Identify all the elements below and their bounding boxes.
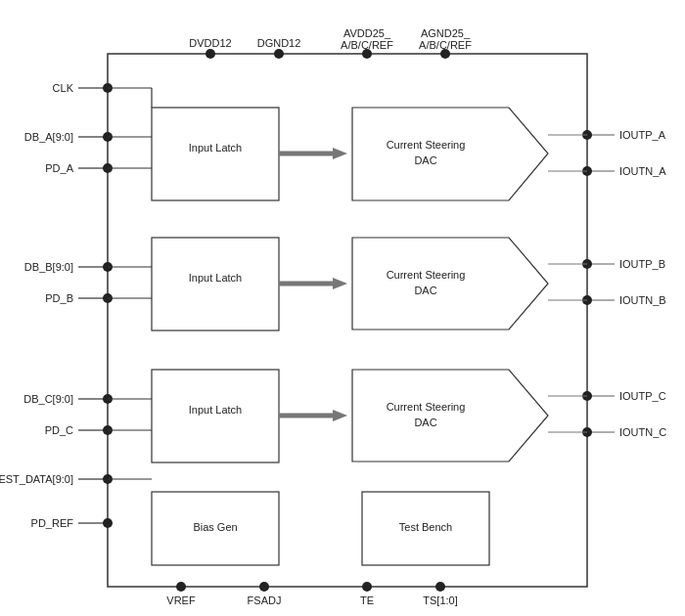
svg-marker-49 — [333, 278, 347, 289]
svg-point-2 — [274, 49, 284, 59]
svg-marker-42 — [352, 108, 548, 200]
label-ioutna: IOUTN_A — [619, 165, 666, 177]
label-dac-a-line2: DAC — [414, 154, 436, 166]
label-ioutpc: IOUTP_C — [619, 390, 666, 402]
label-input-latch-b: Input Latch — [189, 272, 242, 284]
svg-point-7 — [362, 582, 372, 592]
label-pdref: PD_REF — [31, 517, 74, 529]
svg-marker-50 — [352, 238, 548, 330]
svg-rect-55 — [152, 370, 279, 462]
label-ioutnb: IOUTN_B — [619, 294, 666, 306]
label-dba: DB_A[9:0] — [24, 131, 73, 143]
diagram-container: DVDD12 DGND12 AVDD25_ A/B/C/REF AGND25_ … — [0, 0, 685, 616]
label-dac-a-line1: Current Steering — [387, 139, 466, 151]
label-dvdd12: DVDD12 — [189, 37, 231, 49]
svg-marker-58 — [352, 370, 548, 462]
label-avdd25b: A/B/C/REF — [341, 39, 393, 51]
svg-point-6 — [259, 582, 269, 592]
label-agnd25: AGND25_ — [421, 27, 471, 39]
label-ioutpa: IOUTP_A — [619, 129, 666, 141]
label-fsadj: FSADJ — [248, 594, 282, 606]
label-clk: CLK — [53, 82, 74, 94]
label-input-latch-a: Input Latch — [189, 142, 242, 154]
label-bias-gen: Bias Gen — [193, 521, 237, 533]
svg-rect-47 — [152, 238, 279, 330]
svg-point-26 — [103, 518, 113, 528]
svg-marker-57 — [333, 410, 347, 421]
label-dgnd12: DGND12 — [257, 37, 301, 49]
label-dac-b-line2: DAC — [414, 285, 436, 296]
label-testdata: TEST_DATA[9:0] — [0, 473, 73, 485]
label-input-latch-c: Input Latch — [189, 404, 242, 416]
svg-point-1 — [206, 49, 215, 59]
label-dac-c-line2: DAC — [414, 417, 436, 428]
label-pda: PD_A — [45, 162, 73, 174]
label-agnd25b: A/B/C/REF — [419, 39, 472, 51]
label-dbb: DB_B[9:0] — [24, 261, 73, 273]
label-pdc: PD_C — [45, 424, 73, 436]
svg-point-8 — [435, 582, 445, 592]
label-dac-b-line1: Current Steering — [387, 269, 466, 281]
label-te: TE — [360, 594, 374, 606]
svg-point-5 — [176, 582, 186, 592]
svg-marker-41 — [333, 148, 347, 159]
label-test-bench: Test Bench — [399, 521, 452, 533]
label-dac-c-line1: Current Steering — [387, 401, 466, 413]
label-dbc: DB_C[9:0] — [23, 393, 73, 405]
label-ts: TS[1:0] — [423, 594, 457, 606]
label-ioutnc: IOUTN_C — [619, 426, 666, 438]
label-avdd25: AVDD25_ — [343, 27, 391, 39]
label-pdb: PD_B — [45, 292, 73, 304]
svg-rect-39 — [152, 108, 279, 200]
label-ioutpb: IOUTP_B — [619, 258, 665, 270]
label-vref: VREF — [166, 594, 196, 606]
